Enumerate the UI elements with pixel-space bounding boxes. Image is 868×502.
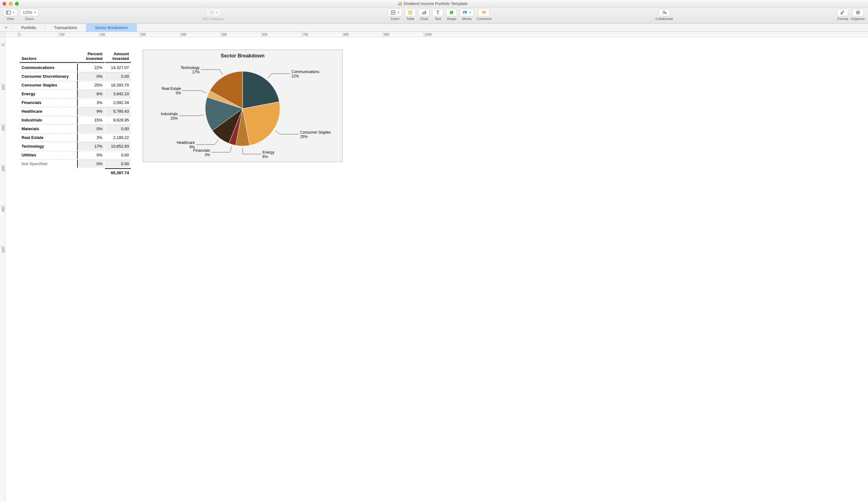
callout-line: [196, 139, 219, 145]
cell-sector-name: Industrials: [20, 116, 78, 124]
window-controls: [2, 2, 19, 6]
callout-percent: 17%: [192, 70, 199, 74]
callout-line: [242, 148, 261, 154]
workarea: 01002003004005006007008009001000 0100200…: [0, 32, 868, 502]
cell-percent: 0%: [79, 151, 104, 159]
table-row[interactable]: Industrials15%9,828.95: [20, 116, 131, 124]
cell-sector-name: Consumer Discretionary: [20, 72, 78, 80]
callout-line: [201, 70, 223, 75]
zoom-window-button[interactable]: [15, 2, 19, 6]
svg-rect-23: [450, 11, 453, 14]
organize-label: Organize: [851, 17, 865, 21]
callout-label: Consumer Staples: [300, 130, 331, 135]
add-category-label: Add Category: [203, 17, 224, 21]
callout-line: [179, 115, 204, 116]
cell-sector-name: Healthcare: [20, 107, 78, 115]
cell-amount: 2,180.22: [105, 133, 131, 142]
table-row[interactable]: Not Specified0%0.00: [20, 159, 131, 168]
shape-button[interactable]: [446, 9, 457, 16]
svg-rect-22: [425, 11, 426, 14]
sheet-tab-sector-breakdown[interactable]: Sector Breakdown: [86, 24, 137, 32]
callout-percent: 25%: [300, 135, 308, 139]
canvas[interactable]: Sectors Percent Invested Amount Invested…: [5, 37, 868, 502]
table-row[interactable]: Technology17%10,852.93: [20, 142, 131, 150]
shape-group: Shape: [446, 9, 457, 21]
media-button[interactable]: [459, 9, 474, 16]
cell-sector-name: Financials: [20, 98, 78, 106]
table-row[interactable]: Consumer Staples25%16,393.70: [20, 81, 131, 89]
cell-sector-name: Materials: [20, 125, 78, 133]
svg-rect-15: [409, 11, 412, 14]
collaborate-group: Collaborate: [656, 9, 673, 21]
cell-sector-name: Energy: [20, 90, 78, 98]
document-title: Dividend Income Portfolio Template: [19, 1, 847, 6]
ruler-h-tick: 0: [18, 32, 21, 37]
callout-line: [211, 146, 232, 152]
cell-sector-name: Not Specified: [20, 159, 78, 168]
table-row[interactable]: Materials0%0.00: [20, 125, 131, 133]
table-group: Table: [405, 9, 416, 21]
cell-percent: 3%: [79, 98, 104, 106]
ruler-h-tick: 400: [180, 32, 186, 37]
comment-label: Comment: [476, 17, 492, 21]
callout-percent: 3%: [175, 91, 181, 95]
sheet-tab-label: Sector Breakdown: [95, 25, 128, 30]
close-window-button[interactable]: [2, 2, 6, 6]
ruler-h-tick: 600: [261, 32, 268, 37]
media-label: Media: [462, 17, 472, 21]
svg-point-25: [464, 12, 465, 13]
insert-button[interactable]: [388, 9, 402, 16]
chart-title: Sector Breakdown: [143, 53, 342, 59]
cell-percent: 15%: [79, 116, 104, 124]
zoom-dropdown[interactable]: 125%: [20, 9, 39, 16]
chart-button[interactable]: [418, 9, 430, 16]
text-label: Text: [435, 17, 441, 21]
view-button[interactable]: [3, 9, 18, 16]
ruler-corner: [0, 32, 5, 37]
ruler-h-tick: 800: [342, 32, 349, 37]
table-row[interactable]: Healthcare9%5,780.43: [20, 107, 131, 115]
table-button[interactable]: [405, 9, 416, 16]
cell-amount: 0.00: [105, 125, 131, 133]
sheet-tab-transactions[interactable]: Transactions: [45, 24, 86, 32]
sheet-tab-portfolio[interactable]: Portfolio: [12, 24, 45, 32]
cell-percent: 17%: [79, 142, 104, 150]
pie-chart-svg: Communications22%Consumer Staples25%Ener…: [143, 59, 342, 162]
cell-amount: 3,942.10: [105, 90, 131, 98]
table-row[interactable]: Energy6%3,942.10: [20, 90, 131, 98]
cell-percent: 3%: [79, 133, 104, 142]
cell-sector-name: Real Estate: [20, 133, 78, 142]
table-row[interactable]: Communications22%14,327.07: [20, 63, 131, 72]
format-label: Format: [837, 17, 848, 21]
cell-percent: 22%: [79, 63, 104, 72]
add-sheet-button[interactable]: +: [0, 24, 12, 32]
toolbar: View 125% Zoom Add Category Insert Table…: [0, 8, 868, 24]
collaborate-button[interactable]: [659, 9, 670, 16]
table-row[interactable]: Consumer Discretionary0%0.00: [20, 72, 131, 80]
shape-label: Shape: [446, 17, 456, 21]
add-category-button[interactable]: [206, 9, 220, 16]
ruler-h-tick: 300: [140, 32, 146, 37]
cell-amount: 0.00: [105, 151, 131, 159]
sector-breakdown-chart[interactable]: Sector Breakdown Communications22%Consum…: [143, 50, 342, 162]
ruler-vertical: 0100200300400500: [0, 37, 5, 502]
callout-percent: 22%: [292, 74, 299, 79]
cell-amount: 5,780.43: [105, 107, 131, 115]
ruler-v-tick: 300: [0, 165, 5, 171]
ruler-h-tick: 100: [59, 32, 65, 37]
comment-group: Comment: [476, 9, 492, 21]
table-row[interactable]: Real Estate3%2,180.22: [20, 133, 131, 142]
organize-button[interactable]: [852, 9, 864, 16]
text-button[interactable]: T: [432, 9, 443, 16]
sector-table[interactable]: Sectors Percent Invested Amount Invested…: [19, 50, 132, 177]
ruler-v-tick: 400: [0, 206, 5, 212]
comment-button[interactable]: [478, 9, 489, 16]
callout-percent: 15%: [170, 116, 178, 121]
table-label: Table: [406, 17, 414, 21]
callout-percent: 9%: [189, 145, 195, 149]
table-row[interactable]: Utilities0%0.00: [20, 151, 131, 159]
table-row[interactable]: Financials3%2,092.34: [20, 98, 131, 106]
format-button[interactable]: [837, 9, 848, 16]
minimize-window-button[interactable]: [9, 2, 12, 6]
svg-rect-20: [422, 12, 423, 14]
